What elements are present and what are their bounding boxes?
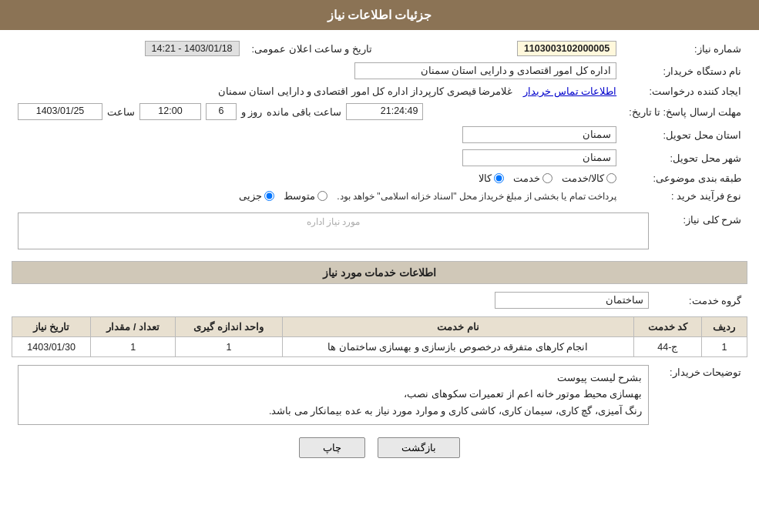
row-service-name: انجام کارهای متفرقه درخصوص بازسازی و بهس… — [282, 337, 633, 357]
main-info-table: شماره نیاز: 1103003102000005 تاریخ و ساع… — [12, 38, 747, 205]
need-description-textarea[interactable] — [18, 212, 649, 249]
row-number: 1 — [701, 337, 747, 357]
category-option-kala[interactable]: کالا — [479, 172, 504, 184]
category-option-khedmat[interactable]: خدمت — [513, 172, 552, 184]
col-quantity: تعداد / مقدار — [91, 317, 176, 337]
delivery-city-label: شهر محل تحویل: — [623, 146, 747, 169]
deadline-day-label: روز و — [241, 106, 262, 118]
creator-label: ایجاد کننده درخواست: — [623, 82, 747, 100]
announce-value: 1403/01/18 - 14:21 — [145, 41, 240, 56]
page-header: جزئیات اطلاعات نیاز — [0, 0, 759, 30]
col-code: کد خدمت — [633, 317, 701, 337]
buyer-name-cell: اداره کل امور اقتصادی و دارایی استان سمن… — [12, 59, 623, 82]
announce-label: تاریخ و ساعت اعلان عمومی: — [246, 38, 378, 59]
back-button[interactable]: بازگشت — [378, 437, 460, 458]
col-row: ردیف — [701, 317, 747, 337]
service-group-label: گروه خدمت: — [655, 289, 747, 312]
col-unit: واحد اندازه گیری — [176, 317, 283, 337]
delivery-city-value: سمنان — [462, 149, 616, 166]
buyer-description-table: توضیحات خریدار: بشرح لیست پیوستبهسازی مح… — [12, 362, 747, 428]
delivery-city-cell: سمنان — [12, 146, 623, 169]
category-label: طبقه بندی موضوعی: — [623, 169, 747, 187]
col-date: تاریخ نیاز — [12, 317, 91, 337]
buyer-description-cell: بشرح لیست پیوستبهسازی محیط موتور خانه اع… — [12, 362, 655, 428]
creator-cell: اطلاعات تماس خریدار غلامرضا قیصری کارپرد… — [12, 82, 623, 100]
need-number-cell: 1103003102000005 — [378, 38, 623, 59]
purchase-type-cell: پرداخت تمام یا بخشی از مبلغ خریداز محل "… — [12, 187, 623, 205]
creator-link[interactable]: اطلاعات تماس خریدار — [523, 86, 616, 97]
deadline-time: 12:00 — [139, 103, 201, 120]
deadline-date: 1403/01/25 — [18, 103, 102, 120]
buyer-name-label: نام دستگاه خریدار: — [623, 59, 747, 82]
services-table: ردیف کد خدمت نام خدمت واحد اندازه گیری ت… — [12, 316, 747, 357]
delivery-province-value: سمنان — [462, 126, 616, 143]
buyer-description-content: بشرح لیست پیوستبهسازی محیط موتور خانه اع… — [269, 373, 642, 417]
purchase-type-note: پرداخت تمام یا بخشی از مبلغ خریداز محل "… — [337, 191, 616, 202]
deadline-remaining-label: ساعت باقی مانده — [267, 106, 341, 118]
row-date: 1403/01/30 — [12, 337, 91, 357]
need-number-value: 1103003102000005 — [517, 41, 616, 56]
need-description-cell: مورد نیاز اداره — [12, 209, 655, 255]
delivery-province-label: استان محل تحویل: — [623, 123, 747, 146]
purchase-type-minor[interactable]: جزیی — [239, 190, 274, 202]
service-group-value: ساختمان — [495, 292, 649, 309]
deadline-cell: 21:24:49 ساعت باقی مانده روز و 6 12:00 س… — [12, 100, 623, 123]
service-info-header: اطلاعات خدمات مورد نیاز — [12, 261, 747, 284]
delivery-province-cell: سمنان — [12, 123, 623, 146]
purchase-type-medium[interactable]: متوسط — [284, 190, 327, 202]
service-group-table: گروه خدمت: ساختمان — [12, 289, 747, 312]
deadline-remaining: 21:24:49 — [346, 103, 423, 120]
deadline-time-label: ساعت — [107, 106, 135, 118]
row-code: ج-44 — [633, 337, 701, 357]
need-description-section: شرح کلی نیاز: مورد نیاز اداره — [12, 209, 747, 255]
row-unit: 1 — [176, 337, 283, 357]
row-quantity: 1 — [91, 337, 176, 357]
buyer-description-label: توضیحات خریدار: — [655, 362, 747, 428]
print-button[interactable]: چاپ — [299, 437, 365, 458]
deadline-label: مهلت ارسال پاسخ: تا تاریخ: — [623, 100, 747, 123]
category-option-kala-khedmat[interactable]: کالا/خدمت — [562, 172, 616, 184]
buyer-description-text: بشرح لیست پیوستبهسازی محیط موتور خانه اع… — [18, 365, 649, 425]
purchase-type-label: نوع فرآیند خرید : — [623, 187, 747, 205]
announce-value-cell: 1403/01/18 - 14:21 — [12, 38, 246, 59]
need-number-label: شماره نیاز: — [623, 38, 747, 59]
category-cell: کالا/خدمت خدمت کالا — [12, 169, 623, 187]
table-row: 1 ج-44 انجام کارهای متفرقه درخصوص بازساز… — [12, 337, 747, 357]
col-name: نام خدمت — [282, 317, 633, 337]
deadline-days: 6 — [206, 103, 237, 120]
creator-value: غلامرضا قیصری کارپرداز اداره کل امور اقت… — [218, 86, 513, 97]
buttons-row: بازگشت چاپ — [12, 437, 747, 458]
buyer-name-value: اداره کل امور اقتصادی و دارایی استان سمن… — [354, 62, 616, 79]
service-group-cell: ساختمان — [12, 289, 655, 312]
need-description-label: شرح کلی نیاز: — [655, 209, 747, 255]
page-title: جزئیات اطلاعات نیاز — [327, 8, 432, 22]
